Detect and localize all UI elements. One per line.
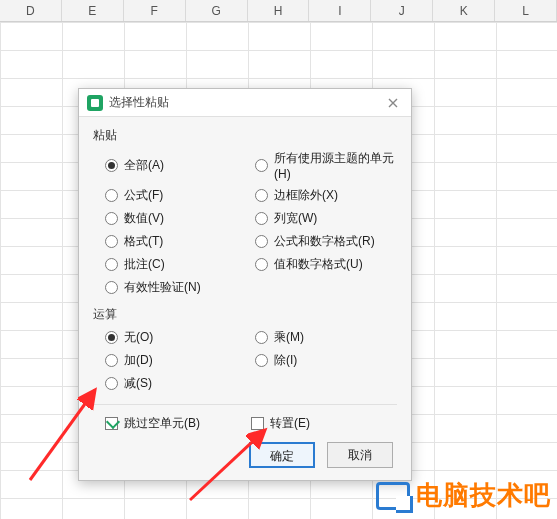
watermark: 电脑技术吧 [376,478,551,513]
radio-icon [105,258,118,271]
separator [93,404,397,405]
column-headers: D E F G H I J K L [0,0,557,22]
col-header[interactable]: K [433,0,495,21]
radio-icon [105,212,118,225]
svg-line-2 [190,430,265,500]
radio-label: 减(S) [124,375,152,392]
radio-icon [255,354,268,367]
annotation-arrow-icon [180,420,280,510]
col-header[interactable]: H [248,0,310,21]
radio-formats[interactable]: 格式(T) [105,233,247,250]
app-icon [87,95,103,111]
radio-label: 数值(V) [124,210,164,227]
svg-rect-0 [91,99,99,107]
radio-none[interactable]: 无(O) [105,329,247,346]
radio-divide[interactable]: 除(I) [255,352,397,369]
radio-label: 列宽(W) [274,210,317,227]
col-header[interactable]: G [186,0,248,21]
col-header[interactable]: E [62,0,124,21]
radio-label: 全部(A) [124,157,164,174]
radio-subtract[interactable]: 减(S) [105,375,247,392]
operation-options: 无(O) 乘(M) 加(D) 除(I) 减(S) [93,327,397,400]
radio-icon [105,189,118,202]
radio-add[interactable]: 加(D) [105,352,247,369]
radio-label: 除(I) [274,352,297,369]
radio-label: 加(D) [124,352,153,369]
col-header[interactable]: I [309,0,371,21]
radio-icon [255,235,268,248]
radio-multiply[interactable]: 乘(M) [255,329,397,346]
radio-icon [105,159,118,172]
paste-section-label: 粘贴 [93,127,397,144]
radio-values[interactable]: 数值(V) [105,210,247,227]
col-header[interactable]: D [0,0,62,21]
radio-label: 无(O) [124,329,153,346]
cancel-button[interactable]: 取消 [327,442,393,468]
radio-label: 乘(M) [274,329,304,346]
radio-label: 公式和数字格式(R) [274,233,375,250]
radio-icon [255,212,268,225]
col-header[interactable]: F [124,0,186,21]
col-header[interactable]: L [495,0,557,21]
radio-label: 公式(F) [124,187,163,204]
radio-icon [255,258,268,271]
radio-icon [105,281,118,294]
radio-label: 批注(C) [124,256,165,273]
radio-icon [105,331,118,344]
op-section-label: 运算 [93,306,397,323]
dialog-title: 选择性粘贴 [109,94,383,111]
watermark-text: 电脑技术吧 [416,478,551,513]
radio-icon [255,189,268,202]
radio-icon [105,235,118,248]
col-header[interactable]: J [371,0,433,21]
radio-label: 边框除外(X) [274,187,338,204]
annotation-arrow-icon [20,380,110,490]
radio-all[interactable]: 全部(A) [105,150,247,181]
close-icon[interactable] [383,93,403,113]
radio-no-border[interactable]: 边框除外(X) [255,187,397,204]
dialog-titlebar[interactable]: 选择性粘贴 [79,89,411,117]
radio-label: 有效性验证(N) [124,279,201,296]
radio-value-num[interactable]: 值和数字格式(U) [255,256,397,273]
radio-formulas[interactable]: 公式(F) [105,187,247,204]
paste-options: 全部(A) 所有使用源主题的单元(H) 公式(F) 边框除外(X) 数值(V) … [93,148,397,304]
radio-comments[interactable]: 批注(C) [105,256,247,273]
radio-formula-num[interactable]: 公式和数字格式(R) [255,233,397,250]
radio-icon [255,159,268,172]
radio-theme[interactable]: 所有使用源主题的单元(H) [255,150,397,181]
radio-label: 值和数字格式(U) [274,256,363,273]
radio-label: 所有使用源主题的单元(H) [274,150,397,181]
watermark-icon [376,482,410,510]
radio-label: 格式(T) [124,233,163,250]
radio-icon [255,331,268,344]
radio-col-width[interactable]: 列宽(W) [255,210,397,227]
svg-line-1 [30,390,95,480]
radio-icon [105,354,118,367]
radio-validation[interactable]: 有效性验证(N) [105,279,247,296]
